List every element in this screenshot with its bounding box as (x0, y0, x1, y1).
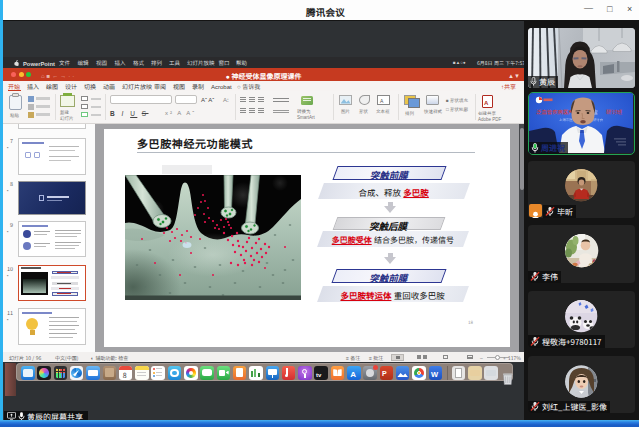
svg-text:研讨班: 研讨班 (606, 108, 623, 116)
svg-text:泛血管疾病医声: 泛血管疾病医声 (536, 108, 574, 116)
